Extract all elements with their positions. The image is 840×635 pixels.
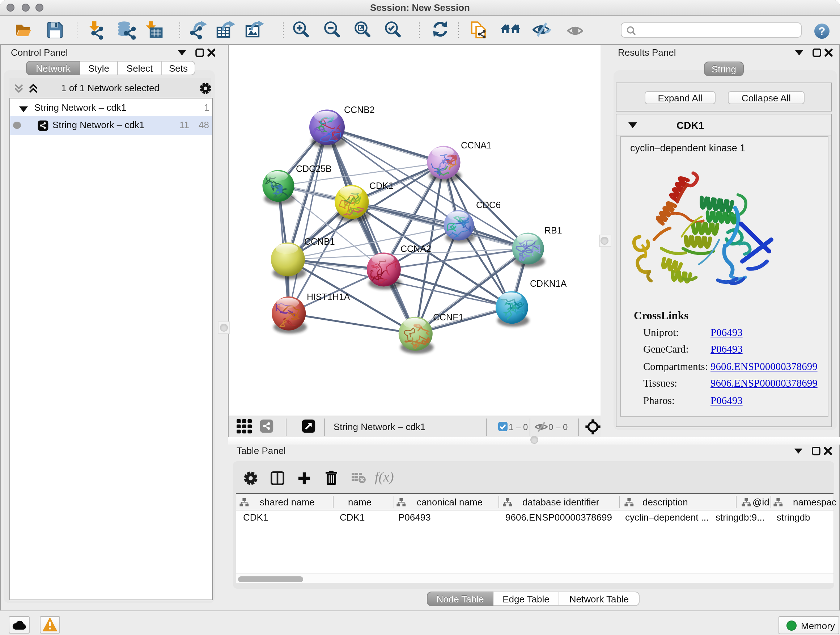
svg-text:CDC25B: CDC25B xyxy=(296,164,332,174)
svg-text:CDC6: CDC6 xyxy=(476,200,501,210)
svg-text:?: ? xyxy=(819,25,826,38)
svg-text:HIST1H1A: HIST1H1A xyxy=(307,292,350,302)
svg-text:CCNE1: CCNE1 xyxy=(433,312,464,322)
svg-text:CDK1: CDK1 xyxy=(369,181,393,191)
svg-text:CCNB1: CCNB1 xyxy=(304,236,335,247)
svg-text:CCNB2: CCNB2 xyxy=(344,105,375,115)
svg-text:RB1: RB1 xyxy=(545,225,562,235)
svg-text:CCNA1: CCNA1 xyxy=(461,140,492,150)
svg-text:CDKN1A: CDKN1A xyxy=(530,279,567,288)
svg-text:CCNA2: CCNA2 xyxy=(401,244,431,254)
